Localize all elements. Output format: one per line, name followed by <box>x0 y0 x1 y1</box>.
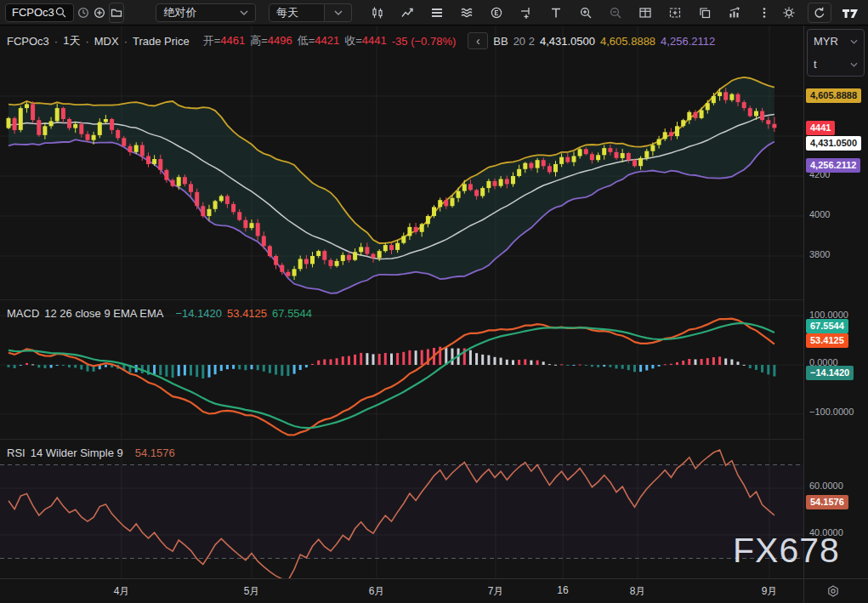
reset-chart-button[interactable] <box>808 3 831 23</box>
circle-e-icon <box>490 6 503 20</box>
axis-label: 60.0000 <box>809 481 843 491</box>
table-icon <box>638 6 652 20</box>
axis-badge: 54.1576 <box>806 495 848 509</box>
clock-icon <box>77 6 90 20</box>
legend-open: 开=4461 <box>203 33 246 48</box>
price-type-value: 绝对价 <box>163 5 196 20</box>
legend-back-button[interactable]: ‹ <box>468 32 488 49</box>
compare-button[interactable] <box>396 3 418 23</box>
axis-label: 40.0000 <box>809 527 843 538</box>
chevron-down-icon <box>334 10 343 15</box>
measure-icon <box>519 6 533 20</box>
main-legend: FCPOc3 · 1天 · MDX · Trade Price 开=4461 高… <box>7 32 715 49</box>
interval-chevron-button[interactable] <box>325 3 352 22</box>
axis-badge: 4,256.2112 <box>806 158 860 173</box>
candlestick-icon <box>371 6 384 20</box>
stacked-lines-icon <box>430 6 444 20</box>
bb-name: BB <box>493 35 508 48</box>
macd-signal-value: 67.5544 <box>272 307 312 320</box>
stats-button[interactable] <box>723 3 746 23</box>
layout-lines-button[interactable] <box>426 3 448 23</box>
unit-dropdown[interactable]: t <box>808 53 864 76</box>
rsi-name: RSI <box>7 447 26 459</box>
symbol-text: FCPOc3 <box>12 6 54 19</box>
events-button[interactable] <box>485 3 508 23</box>
copy-icon <box>698 6 712 20</box>
legend-separator: · <box>85 35 88 48</box>
time-label: 9月 <box>762 584 778 599</box>
zoom-out-button[interactable] <box>604 3 627 23</box>
time-label: 3月 <box>0 584 1 599</box>
bb-lower-value: 4,256.2112 <box>661 35 715 48</box>
time-label: 4月 <box>114 584 130 599</box>
macd-line-value: 53.4125 <box>227 307 267 320</box>
chevron-down-icon <box>850 62 858 67</box>
indicators-button[interactable] <box>456 3 478 23</box>
bb-basis-value: 4,431.0500 <box>540 35 595 48</box>
axis-badge: 4441 <box>806 121 835 135</box>
settings-button[interactable] <box>778 3 800 23</box>
kebab-icon <box>757 6 771 20</box>
legend-change: -35 (−0.78%) <box>392 35 457 48</box>
time-axis[interactable]: 3月4月5月6月7月168月9月 <box>0 578 803 603</box>
more-options-button[interactable] <box>753 3 775 23</box>
measure-button[interactable] <box>515 3 537 23</box>
currency-dropdown[interactable]: MYR <box>808 30 864 53</box>
axis-badge: 53.4125 <box>806 333 848 348</box>
legend-high: 高=4496 <box>250 33 292 48</box>
table-view-button[interactable] <box>634 3 656 23</box>
copy-layout-button[interactable] <box>694 3 716 23</box>
macd-name: MACD <box>7 307 39 320</box>
axis-badge: 67.5544 <box>806 319 848 333</box>
main-chart-panel[interactable]: FCPOc3 · 1天 · MDX · Trade Price 开=4461 高… <box>0 26 803 299</box>
trading-terminal: FCPOc3 绝对价 每天 <box>0 0 868 603</box>
bb-params: 20 2 <box>513 35 535 48</box>
axis-label: 4000 <box>809 209 830 219</box>
time-label: 6月 <box>369 584 385 599</box>
interval-dropdown[interactable]: 每天 <box>269 3 325 22</box>
price-axis[interactable]: MYR t 420040003800100.00000.0000−100.000… <box>803 26 868 578</box>
add-symbol-button[interactable] <box>93 3 106 23</box>
chevron-down-icon <box>240 10 248 15</box>
zoom-out-icon <box>609 6 622 20</box>
toolbar-tools <box>366 3 775 23</box>
axis-badge: 4,605.8888 <box>806 88 861 103</box>
rsi-params: 14 Wilder Simple 9 <box>31 447 123 459</box>
time-label: 7月 <box>488 584 504 599</box>
symbol-search-input[interactable]: FCPOc3 <box>5 3 74 22</box>
waves-icon <box>460 6 474 20</box>
snapshot-button[interactable] <box>664 3 686 23</box>
folder-icon <box>110 6 123 20</box>
macd-panel[interactable]: MACD 12 26 close 9 EMA EMA −14.1420 53.4… <box>0 299 803 439</box>
axis-label: 3800 <box>809 249 830 259</box>
price-type-dropdown[interactable]: 绝对价 <box>156 3 256 22</box>
legend-separator: · <box>54 35 58 48</box>
tradingview-logo[interactable] <box>839 3 861 23</box>
macd-params: 12 26 close 9 EMA EMA <box>44 307 163 320</box>
legend-close: 收=4441 <box>344 33 387 48</box>
hexagon-settings-icon <box>804 584 840 598</box>
time-label: 8月 <box>630 584 646 599</box>
rsi-panel[interactable]: RSI 14 Wilder Simple 9 54.1576 <box>0 439 803 578</box>
plus-circle-icon <box>93 6 106 20</box>
legend-exchange: MDX <box>94 35 119 48</box>
axis-label: −100.0000 <box>809 407 854 417</box>
compare-chart-icon <box>400 6 414 20</box>
macd-histogram-value: −14.1420 <box>175 307 222 320</box>
top-toolbar: FCPOc3 绝对价 每天 <box>0 0 868 26</box>
axis-badge: 4,431.0500 <box>806 136 861 151</box>
zoom-in-button[interactable] <box>575 3 597 23</box>
search-icon <box>54 6 67 19</box>
time-axis-settings[interactable] <box>803 578 868 603</box>
legend-symbol: FCPOc3 <box>7 35 49 48</box>
text-tool-button[interactable] <box>545 3 567 23</box>
interval-value: 每天 <box>276 5 298 20</box>
recent-history-button[interactable] <box>77 3 90 23</box>
legend-low: 低=4421 <box>298 33 340 48</box>
time-label: 16 <box>557 584 568 596</box>
macd-legend: MACD 12 26 close 9 EMA EMA −14.1420 53.4… <box>7 307 312 320</box>
open-layout-button[interactable] <box>109 3 124 23</box>
chart-style-button[interactable] <box>366 3 389 23</box>
bb-upper-value: 4,605.8888 <box>600 35 655 48</box>
currency-value: MYR <box>814 35 838 48</box>
